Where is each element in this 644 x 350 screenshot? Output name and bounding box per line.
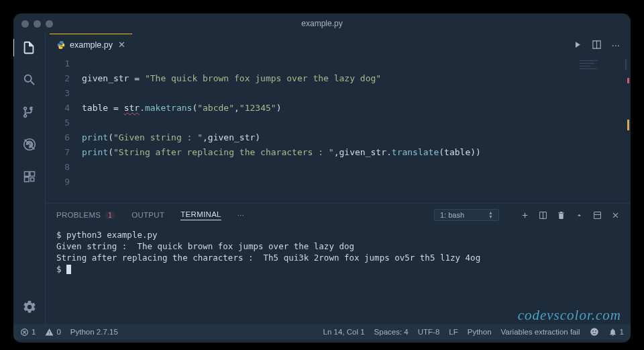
panel-tabs: PROBLEMS1 OUTPUT TERMINAL ··· 1: bash▲▼: [46, 204, 631, 226]
watermark: codevscolor.com: [518, 310, 621, 321]
status-warnings[interactable]: 0: [45, 328, 60, 337]
panel-up-icon[interactable]: [575, 211, 584, 220]
activity-bar: [13, 34, 46, 324]
maximize-panel-icon[interactable]: [593, 211, 602, 220]
main-row: example.py ✕ ··· 1 2 3 4 5 6 7 8 9 given…: [13, 34, 631, 324]
status-encoding[interactable]: UTF-8: [418, 328, 440, 336]
terminal-output[interactable]: $ python3 example.py Given string : The …: [46, 226, 631, 324]
tab-output[interactable]: OUTPUT: [131, 211, 164, 219]
kill-terminal-icon[interactable]: [557, 211, 566, 220]
overview-ruler-error: [627, 78, 629, 83]
status-feedback-icon[interactable]: [590, 327, 599, 337]
split-terminal-icon[interactable]: [539, 211, 547, 220]
window-title: example.py: [301, 19, 342, 28]
code-editor[interactable]: 1 2 3 4 5 6 7 8 9 given_str = "The quick…: [46, 55, 631, 203]
tab-problems[interactable]: PROBLEMS1: [56, 211, 115, 219]
run-icon[interactable]: [572, 40, 582, 50]
terminal-select[interactable]: 1: bash▲▼: [434, 209, 499, 221]
close-dot[interactable]: [21, 20, 29, 28]
tab-bar: example.py ✕ ···: [46, 34, 631, 55]
bottom-panel: PROBLEMS1 OUTPUT TERMINAL ··· 1: bash▲▼: [46, 203, 631, 324]
status-language[interactable]: Python: [468, 328, 492, 336]
svg-point-3: [592, 331, 594, 332]
content-area: example.py ✕ ··· 1 2 3 4 5 6 7 8 9 given…: [46, 34, 631, 324]
code-body[interactable]: given_str = "The quick brown fox jumps o…: [82, 56, 631, 203]
source-control-icon[interactable]: [21, 103, 38, 121]
close-panel-icon[interactable]: [611, 211, 620, 220]
search-icon[interactable]: [21, 71, 38, 89]
zoom-dot[interactable]: [46, 20, 53, 28]
titlebar: example.py: [13, 13, 631, 34]
traffic-lights[interactable]: [21, 20, 53, 28]
python-file-icon: [56, 40, 66, 50]
terminal-actions: [515, 211, 620, 220]
tab-terminal[interactable]: TERMINAL: [180, 210, 221, 220]
status-eol[interactable]: LF: [449, 328, 458, 336]
editor-window: example.py example.py ✕: [13, 13, 631, 343]
svg-point-2: [590, 328, 598, 336]
explorer-icon[interactable]: [13, 39, 45, 56]
tab-filename: example.py: [70, 40, 113, 50]
status-cursor-pos[interactable]: Ln 14, Col 1: [323, 328, 365, 336]
tab-example-py[interactable]: example.py ✕: [50, 34, 132, 55]
status-extra[interactable]: Variables extraction fail: [501, 328, 580, 336]
tab-close-icon[interactable]: ✕: [118, 40, 125, 50]
editor-actions: ···: [572, 39, 631, 50]
settings-gear-icon[interactable]: [21, 298, 38, 316]
status-notifications[interactable]: 1: [608, 328, 624, 337]
terminal-cursor: [66, 265, 71, 274]
status-errors[interactable]: 1: [20, 328, 36, 337]
line-gutter: 1 2 3 4 5 6 7 8 9: [46, 56, 82, 203]
debug-icon[interactable]: [21, 136, 38, 153]
minimap[interactable]: ▬▬▬▬▬▬▬▬▬▬▬▬▬▬▬ ▬▬▬▬▬▬▬▬▬▬▬▬ ▬▬▬▬▬▬▬▬▬ ▬…: [580, 59, 627, 70]
status-python-version[interactable]: Python 2.7.15: [70, 328, 118, 336]
new-terminal-icon[interactable]: [521, 211, 529, 220]
overview-ruler-mark: [627, 120, 629, 130]
status-bar: 1 0 Python 2.7.15 Ln 14, Col 1 Spaces: 4…: [13, 324, 631, 340]
status-spaces[interactable]: Spaces: 4: [374, 328, 409, 336]
more-actions-icon[interactable]: ···: [611, 39, 620, 50]
svg-point-4: [595, 331, 596, 332]
tab-more[interactable]: ···: [237, 211, 245, 219]
split-editor-icon[interactable]: [592, 40, 602, 50]
minimize-dot[interactable]: [34, 20, 41, 28]
extensions-icon[interactable]: [21, 168, 38, 185]
